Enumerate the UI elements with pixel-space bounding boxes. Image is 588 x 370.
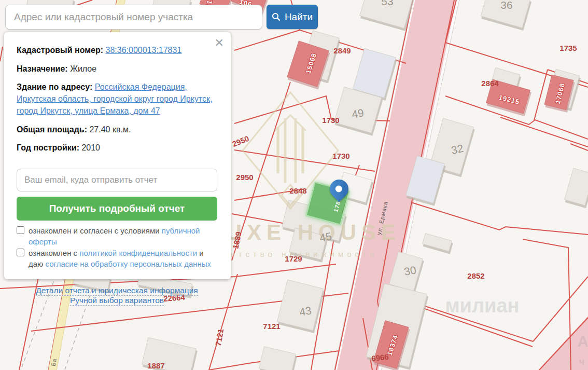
parcel-info-panel: ✕ Кадастровый номер: 38:36:000013:17831 …	[4, 32, 231, 279]
parcel-number-label: 1730	[332, 152, 349, 160]
privacy-policy-link[interactable]: политикой конфиденциальности	[79, 249, 197, 257]
house-number-label: 43	[298, 304, 312, 319]
parcel-number-label: 2950	[231, 134, 250, 148]
parcel-number-label: 1887	[147, 361, 164, 370]
parcel-number-label: 1735	[559, 44, 577, 52]
get-report-button[interactable]: Получить подробный отчет	[17, 197, 217, 221]
street-fragment-label: милиан	[445, 295, 519, 317]
offer-agreement-checkbox[interactable]	[17, 226, 24, 234]
building	[259, 346, 296, 370]
manual-select-link[interactable]: Ручной выбор вариантов	[70, 296, 164, 306]
offer-agreement-text: ознакомлен и согласен с условиями	[29, 226, 162, 235]
area-row: Общая площадь: 27.40 кв.м.	[17, 124, 217, 136]
parcel-number-label: 7121	[263, 322, 280, 331]
email-input[interactable]	[17, 169, 217, 191]
privacy-agreement-row: ознакомлен с политикой конфиденциальност…	[17, 248, 217, 269]
building	[422, 233, 452, 252]
search-button[interactable]: Найти	[267, 5, 318, 29]
parcel-number-label: 2864	[481, 79, 498, 88]
house-number-label: 49	[351, 106, 365, 121]
cadastral-number-link[interactable]: 38:36:000013:17831	[106, 46, 182, 54]
building	[564, 168, 588, 205]
area-value: 27.40 кв.м.	[89, 125, 131, 134]
offer-agreement-row: ознакомлен и согласен с условиями публич…	[17, 225, 217, 247]
year-value: 2010	[81, 143, 100, 152]
house-number-label: 36	[500, 0, 512, 11]
house-number-label: 32	[450, 142, 465, 157]
search-icon	[272, 12, 281, 21]
purpose-label: Назначение:	[17, 64, 68, 73]
house-number-label: 45	[318, 230, 332, 244]
parcel-number-label: 1730	[322, 116, 339, 125]
search-button-label: Найти	[285, 11, 313, 23]
street-fragment-label: А	[577, 333, 588, 350]
cadastral-number-label: Кадастровый номер:	[17, 46, 103, 54]
building	[277, 280, 324, 331]
parcel-number-label: 1729	[285, 254, 302, 263]
parcel-number-label: 7121	[214, 328, 226, 347]
house-number-label: 53	[381, 0, 393, 8]
address-row: Здание по адресу: Российская Федерация, …	[17, 81, 217, 117]
search-input[interactable]	[5, 5, 262, 30]
house-number-label: 30	[403, 264, 417, 278]
parcel-number-label: 2849	[333, 46, 351, 55]
year-label: Год постройки:	[17, 143, 79, 152]
personal-data-link[interactable]: согласие на обработку персональных данны…	[46, 259, 212, 268]
purpose-row: Назначение: Жилое	[17, 63, 217, 75]
privacy-agreement-text: ознакомлен с	[29, 249, 79, 257]
street-fragment-label: ч	[579, 357, 584, 367]
parcel-number-label: 2848	[289, 186, 306, 195]
parcel-number-label: 2852	[467, 271, 484, 280]
area-label: Общая площадь:	[17, 125, 87, 134]
privacy-agreement-checkbox[interactable]	[17, 249, 24, 256]
purpose-value: Жилое	[70, 64, 96, 73]
report-details-link[interactable]: Детали отчета и юридическая информация	[36, 286, 198, 296]
cadastral-number-row: Кадастровый номер: 38:36:000013:17831	[17, 45, 217, 57]
year-row: Год постройки: 2010	[17, 142, 217, 154]
address-label: Здание по адресу:	[17, 83, 92, 91]
close-icon[interactable]: ✕	[215, 36, 224, 50]
parcel-number-label: 2950	[236, 173, 253, 182]
